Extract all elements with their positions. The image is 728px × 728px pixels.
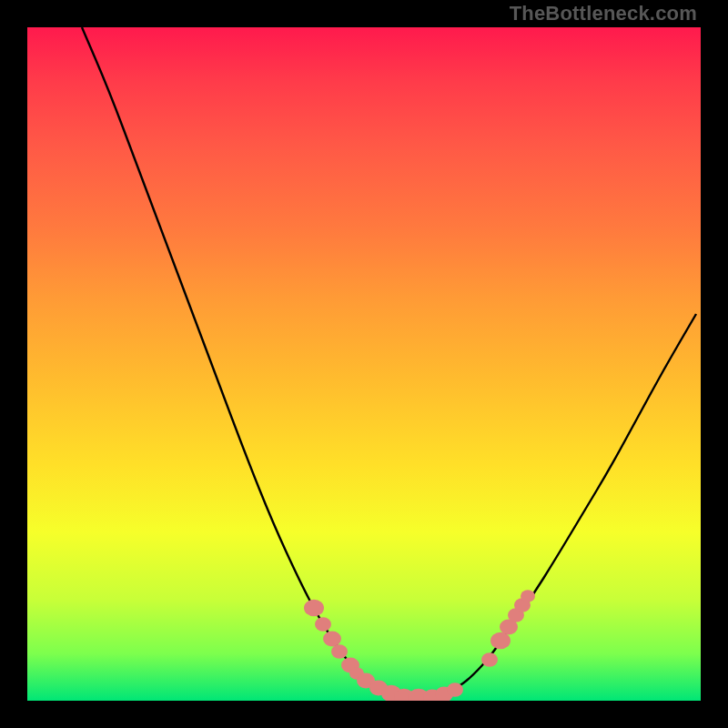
highlight-dot: [323, 632, 341, 647]
highlight-dot: [481, 652, 498, 666]
highlight-dot: [490, 632, 511, 650]
bottleneck-curve: [82, 27, 696, 699]
highlight-dots-group: [304, 590, 535, 701]
highlight-dot: [521, 590, 535, 602]
highlight-dot: [304, 600, 324, 617]
outer-frame: TheBottleneck.com: [0, 0, 728, 728]
chart-svg: [27, 27, 701, 701]
highlight-dot: [315, 617, 331, 631]
highlight-dot: [447, 682, 463, 696]
plot-area: [27, 27, 701, 701]
attribution-text: TheBottleneck.com: [510, 2, 697, 25]
highlight-dot: [331, 644, 348, 658]
